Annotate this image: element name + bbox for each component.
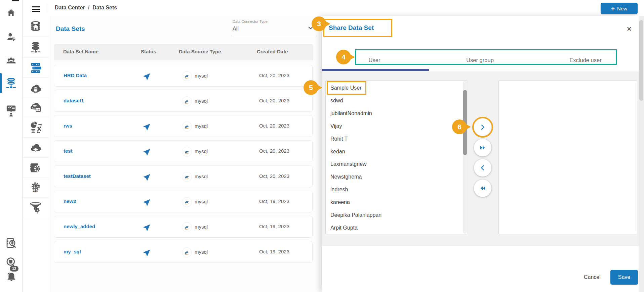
move-all-left-button[interactable] [474, 180, 491, 197]
svg-text:</>: </> [37, 108, 41, 111]
active-tab-indicator [322, 69, 429, 71]
created-date: Oct, 19, 2023 [259, 224, 289, 229]
breadcrumb: Data Center / Data Sets [55, 5, 117, 11]
move-left-button[interactable] [474, 159, 491, 177]
shared-status-icon [143, 172, 152, 181]
sidebar-item-data-sync[interactable] [22, 117, 49, 138]
sidebar-item-data-center[interactable] [4, 77, 18, 89]
move-right-button[interactable] [474, 118, 491, 136]
shared-status-icon [143, 248, 152, 256]
user-list-item[interactable]: jubilantNonadmin [330, 107, 372, 120]
user-list-item[interactable]: Laxmanstgnew [330, 158, 367, 171]
hamburger-icon [32, 6, 40, 7]
menu-toggle-button[interactable] [32, 5, 40, 13]
sidebar-item-user-admin[interactable] [4, 32, 18, 42]
created-date: Oct, 20, 2023 [259, 123, 289, 129]
database-gear-icon [30, 162, 42, 174]
sidebar-item-notifications[interactable] [5, 271, 18, 283]
tab-exclude-user[interactable]: Exclude user [533, 49, 638, 71]
data-source-type: mysql [195, 199, 208, 204]
table-row[interactable]: rws mysql Oct, 20, 2023 [54, 115, 313, 137]
presentation-user-icon [6, 104, 16, 116]
created-date: Oct, 19, 2023 [259, 249, 289, 254]
svg-text:API: API [33, 190, 37, 193]
user-list-item[interactable]: Newstghema [330, 171, 362, 183]
sidebar-item-home[interactable] [4, 7, 18, 18]
user-list-item[interactable]: indresh [330, 183, 348, 196]
double-chevron-left-icon [479, 185, 487, 192]
column-header-name: Data Set Name [63, 49, 98, 54]
user-list-item[interactable]: sdwd [330, 94, 343, 107]
table-row[interactable]: test mysql Oct, 20, 2023 [54, 140, 313, 162]
sidebar-item-data-funnel[interactable] [22, 198, 49, 218]
data-set-name-link[interactable]: my_sql [64, 249, 81, 254]
sidebar-item-data-api[interactable]: API [22, 178, 49, 198]
created-date: Oct, 20, 2023 [259, 98, 289, 103]
data-source-type: mysql [195, 98, 208, 104]
data-set-name-link[interactable]: HRD Data [64, 72, 87, 78]
mysql-icon [182, 121, 192, 132]
user-list-item[interactable]: Sample User [330, 82, 361, 94]
user-list-item[interactable]: kareena [330, 196, 350, 209]
user-list-item[interactable]: Rohit T [330, 133, 348, 145]
column-header-source: Data Source Type [179, 49, 221, 54]
available-users-list: Sample UsersdwdjubilantNonadminVijayRohi… [325, 80, 468, 234]
selected-users-list [498, 80, 637, 234]
created-date: Oct, 20, 2023 [259, 148, 289, 154]
data-connector-type-select[interactable]: Data Connector Type All [232, 19, 316, 37]
divider [48, 3, 48, 13]
data-source-type: mysql [195, 148, 208, 154]
close-icon[interactable]: ✕ [627, 26, 632, 32]
sidebar-item-data-code[interactable]: </> [22, 97, 49, 117]
table-row[interactable]: my_sql mysql Oct, 19, 2023 [54, 241, 313, 263]
user-list-item[interactable]: Arpit Gupta [330, 222, 358, 234]
page-title: Data Sets [56, 25, 85, 33]
mysql-icon [182, 172, 192, 182]
mysql-icon [182, 222, 192, 232]
sidebar-item-cloud-data[interactable] [22, 78, 49, 97]
move-all-right-button[interactable] [474, 139, 491, 156]
tab-user-group[interactable]: User group [427, 49, 533, 71]
sidebar-item-data-audit[interactable] [4, 237, 18, 250]
table-row[interactable]: new2 mysql Oct, 19, 2023 [54, 191, 313, 212]
logo-fragment [12, 0, 19, 1]
data-set-name-link[interactable]: testDataset [64, 173, 91, 179]
filter-label: Data Connector Type [233, 19, 268, 23]
data-set-name-link[interactable]: test [64, 148, 73, 154]
sidebar-item-data-settings[interactable] [22, 158, 49, 178]
data-set-name-link[interactable]: dataset1 [64, 98, 84, 103]
cloud-database-icon [30, 82, 42, 93]
data-set-name-link[interactable]: newly_added [64, 224, 95, 229]
column-header-created: Created Date [257, 49, 288, 54]
breadcrumb-item-data-sets[interactable]: Data Sets [92, 5, 117, 11]
window-scrollbar-thumb[interactable] [639, 20, 643, 101]
sidebar-item-data-sets[interactable] [22, 58, 49, 78]
sidebar-item-user-groups[interactable] [4, 55, 18, 66]
user-list-item[interactable]: kedan [330, 145, 345, 158]
save-button[interactable]: Save [610, 270, 638, 285]
tabs-bottom-border [322, 71, 639, 71]
user-list-item[interactable]: Vijay [330, 120, 342, 133]
list-scrollbar-thumb[interactable] [463, 90, 467, 155]
data-center-sidebar: </> API [22, 16, 49, 292]
user-list-item[interactable]: Deepika Palaniappan [330, 209, 381, 222]
cancel-button[interactable]: Cancel [584, 274, 601, 280]
tab-user[interactable]: User [322, 49, 427, 71]
shared-status-icon [143, 122, 152, 131]
sidebar-item-cloud-layers[interactable] [22, 138, 49, 158]
sidebar-item-data-warehouse[interactable] [22, 37, 49, 58]
new-button[interactable]: + New [601, 3, 638, 14]
table-row[interactable]: dataset1 mysql Oct, 20, 2023 [54, 90, 313, 112]
data-set-name-link[interactable]: new2 [64, 198, 76, 204]
active-item-indicator [0, 73, 2, 93]
table-row[interactable]: newly_added mysql Oct, 19, 2023 [54, 216, 313, 238]
table-row[interactable]: HRD Data mysql Oct, 20, 2023 [54, 65, 313, 87]
mysql-icon [182, 247, 192, 257]
mysql-icon [182, 96, 192, 106]
chevron-down-icon [308, 26, 313, 30]
breadcrumb-item-data-center[interactable]: Data Center [55, 5, 85, 11]
sidebar-item-data-home[interactable] [22, 16, 49, 37]
data-set-name-link[interactable]: rws [64, 123, 72, 129]
sidebar-item-user-presentation[interactable] [4, 104, 18, 117]
table-row[interactable]: testDataset mysql Oct, 20, 2023 [54, 165, 313, 187]
